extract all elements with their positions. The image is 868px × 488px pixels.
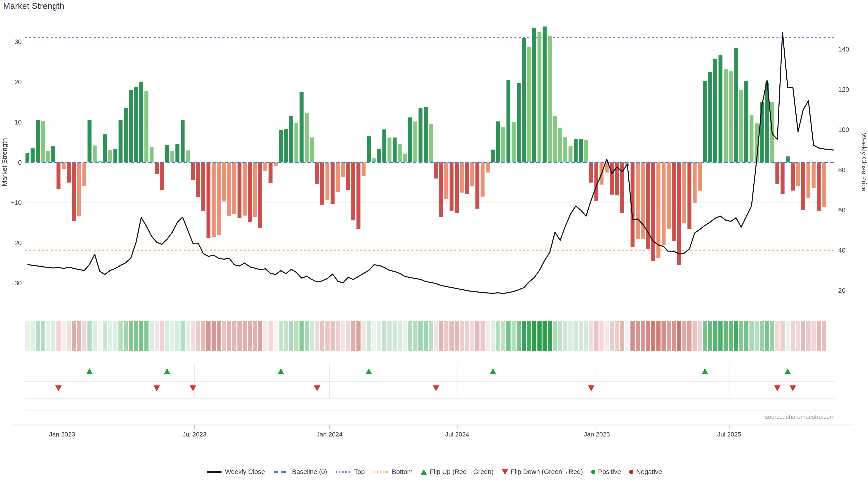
heatmap-cell — [450, 321, 454, 351]
left-tick-label: −10 — [11, 199, 22, 206]
strength-bar — [553, 116, 557, 162]
heatmap-cell — [351, 321, 355, 351]
heatmap-cell — [310, 321, 314, 351]
strength-bar — [408, 118, 412, 162]
strength-bar — [202, 162, 206, 211]
strength-bar — [227, 162, 231, 217]
heatmap-cell — [36, 321, 40, 351]
heatmap-cell — [248, 321, 252, 351]
right-axis-tick-labels: 14012010080604020 — [838, 46, 849, 294]
heatmap-cell — [610, 321, 614, 351]
heatmap-cell — [279, 321, 283, 351]
x-tick-label: Jul 2025 — [717, 431, 741, 438]
heatmap-cell — [377, 321, 381, 351]
legend-item-flip-down-green-red[interactable]: Flip Down (Green→Red) — [502, 468, 583, 476]
heatmap-cell — [56, 321, 61, 351]
legend-item-baseline-0[interactable]: Baseline (0) — [273, 468, 327, 476]
strength-bar — [807, 162, 811, 198]
heatmap-cell — [703, 321, 707, 351]
heatmap-cell — [713, 321, 717, 351]
heatmap-cell — [434, 321, 438, 351]
strength-bar — [403, 154, 407, 162]
strength-bar — [729, 71, 733, 162]
heatmap-cell — [356, 321, 361, 351]
heatmap-cell — [791, 321, 795, 351]
legend-item-bottom[interactable]: Bottom — [373, 468, 413, 476]
flip-down-marker — [314, 385, 320, 391]
heatmap-cell — [217, 321, 221, 351]
heatmap-cell — [331, 321, 335, 351]
strength-bar — [362, 162, 366, 176]
legend-item-negative[interactable]: Negative — [629, 468, 662, 476]
heatmap-cell — [300, 321, 304, 351]
strength-bar — [501, 127, 505, 162]
strength-bar — [460, 162, 464, 193]
strength-bar — [532, 28, 536, 162]
strength-bar — [238, 162, 242, 218]
heatmap-cell — [341, 321, 345, 351]
heatmap-cell — [315, 321, 319, 351]
left-axis-title: Market Strength — [1, 138, 8, 186]
strength-bar — [93, 145, 97, 162]
strength-bar — [465, 162, 469, 194]
strength-bar — [434, 162, 438, 178]
heatmap-cell — [72, 321, 76, 351]
heatmap-cell — [604, 321, 609, 351]
heatmap-cell — [558, 321, 562, 351]
strength-bar — [734, 48, 738, 162]
strength-bar — [170, 151, 174, 162]
legend-symbol — [335, 470, 351, 474]
legend-label: Flip Up (Red→Green) — [430, 468, 493, 476]
heatmap-cell — [393, 321, 397, 351]
heatmap-cell — [656, 321, 661, 351]
legend-item-weekly-close[interactable]: Weekly Close — [206, 468, 265, 476]
market-strength-chart: 3020100−10−20−3014012010080604020Jan 202… — [0, 0, 868, 465]
strength-bar — [517, 83, 521, 162]
strength-bar — [786, 156, 790, 162]
heatmap-cell — [563, 321, 567, 351]
heatmap-cell — [88, 321, 92, 351]
legend-label: Flip Down (Green→Red) — [511, 468, 583, 476]
strength-bar — [72, 162, 76, 221]
strength-bar — [367, 136, 371, 162]
legend-label: Negative — [636, 468, 662, 476]
legend-item-top[interactable]: Top — [335, 468, 365, 476]
strength-bar — [41, 121, 45, 162]
left-tick-label: 0 — [18, 159, 22, 166]
heatmap-cell — [723, 321, 728, 351]
heatmap-cell — [388, 321, 392, 351]
heatmap-cell — [506, 321, 510, 351]
strength-bar — [672, 162, 676, 241]
heatmap-cell — [289, 321, 293, 351]
weekly-heatmap-strip — [25, 321, 826, 351]
left-axis-tick-labels: 3020100−10−20−30 — [11, 38, 22, 287]
heatmap-cell — [754, 321, 759, 351]
heatmap-cell — [537, 321, 541, 351]
heatmap-cell — [103, 321, 107, 351]
heatmap-cell — [227, 321, 231, 351]
strength-bar — [67, 162, 71, 183]
strength-bar — [470, 162, 474, 186]
strength-bar — [796, 162, 800, 186]
strength-bar — [155, 162, 159, 174]
heatmap-cell — [320, 321, 324, 351]
heatmap-cell — [527, 321, 531, 351]
strength-bar — [341, 162, 345, 177]
strength-bar — [677, 162, 681, 265]
source-note: source: sharemaestro.com — [765, 414, 835, 420]
heatmap-cell — [517, 321, 521, 351]
legend-item-flip-up-red-green[interactable]: Flip Up (Red→Green) — [421, 468, 493, 476]
strength-bar — [186, 151, 190, 162]
strength-bar — [320, 162, 324, 205]
strength-bar — [269, 162, 273, 183]
legend-item-positive[interactable]: Positive — [591, 468, 621, 476]
market-strength-dashboard: Market Strength 3020100−10−20−3014012010… — [0, 0, 868, 488]
heatmap-cell — [589, 321, 593, 351]
heatmap-cell — [108, 321, 112, 351]
strength-bar — [26, 153, 30, 162]
heatmap-cell — [212, 321, 216, 351]
heatmap-cell — [786, 321, 790, 351]
flip-down-icon — [502, 469, 508, 475]
strength-bar — [744, 81, 748, 162]
x-tick-label: Jul 2024 — [445, 431, 469, 438]
